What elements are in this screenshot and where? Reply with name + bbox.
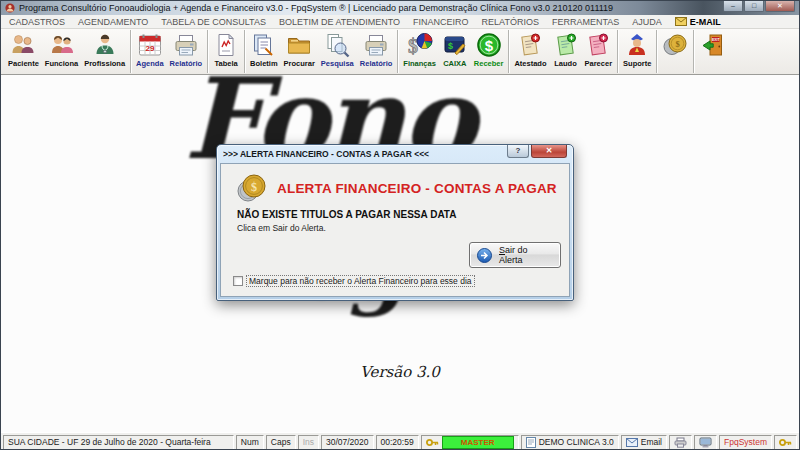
toolbar-button-label: Suporte (623, 59, 651, 68)
toolbar-button-parecer[interactable]: Parecer (582, 30, 616, 73)
menu-boletim-de-atendimento[interactable]: BOLETIM DE ATENDIMENTO (279, 17, 400, 27)
cashbook-icon: $ (442, 32, 468, 58)
alert-dialog: >>> ALERTA FINANCEIRO - CONTAS A PAGAR <… (216, 144, 574, 301)
key-icon (779, 438, 792, 447)
status-network[interactable] (694, 435, 717, 450)
toolbar-group: $ (656, 30, 693, 73)
toolbar-button-relatorio[interactable]: Relatório (357, 30, 396, 73)
toolbar-button-label: Procurar (284, 59, 315, 68)
dialog-help-button[interactable]: ? (507, 145, 529, 158)
toolbar-group: 29AgendaRelatório (130, 30, 207, 73)
status-caps-lock: Caps (266, 435, 296, 450)
status-company-name: DEMO CLINICA 3.0 (539, 437, 614, 447)
toolbar-button-agenda[interactable]: 29Agenda (133, 30, 167, 73)
menu-financeiro[interactable]: FINANCEIRO (413, 17, 469, 27)
toolbar-button-caixa[interactable]: $CAIXA (439, 30, 471, 73)
receive-icon: $ (476, 32, 502, 58)
toolbar-button-label: Agenda (136, 59, 164, 68)
report-icon (553, 32, 579, 58)
menu-bar: CADASTROSAGENDAMENTOTABELA DE CONSULTASB… (1, 15, 799, 29)
svg-text:$: $ (484, 37, 493, 54)
toolbar-button-funciona[interactable]: Funciona (42, 30, 81, 73)
dialog-window-buttons: ? ✕ (507, 145, 567, 158)
opinion-icon (585, 32, 611, 58)
toolbar-button-label: CAIXA (443, 59, 466, 68)
dialog-body: $ ALERTA FINANCEIRO - CONTAS A PAGAR NÃO… (220, 163, 570, 297)
menu-agendamento[interactable]: AGENDAMENTO (78, 17, 148, 27)
status-bar: SUA CIDADE - UF 29 de Julho de 2020 - Qu… (1, 432, 799, 450)
status-printer[interactable] (669, 435, 692, 450)
toolbar-button-financas[interactable]: $Finanças (400, 30, 439, 73)
arrow-circle-icon (477, 248, 492, 263)
table-doc-icon (213, 32, 239, 58)
status-company: DEMO CLINICA 3.0 (521, 435, 619, 450)
toolbar-button-receber[interactable]: $Receber (471, 30, 507, 73)
alert-optout-checkbox[interactable] (233, 276, 243, 286)
application-window: Programa Consultório Fonoaudiologia + Ag… (0, 0, 800, 450)
menu-relatorios[interactable]: RELATÓRIOS (482, 17, 539, 27)
svg-text:$: $ (251, 180, 257, 194)
exit-alert-button[interactable]: Sair do Alerta (469, 242, 561, 268)
status-key (774, 435, 797, 450)
menu-ferramentas[interactable]: FERRAMENTAS (552, 17, 619, 27)
toolbar-button-laudo[interactable]: Laudo (550, 30, 582, 73)
toolbar-button-exit-icon[interactable]: EXIT (696, 30, 728, 73)
toolbar-group: BoletimProcurarPesquisaRelatório (244, 30, 397, 73)
finance-icon: $ (407, 32, 433, 58)
toolbar-button-coin-icon[interactable]: $ (659, 30, 691, 73)
main-area: Fono logia Versão 3.0 >>> ALERTA FINANCE… (1, 75, 799, 432)
coins-icon: $ (237, 173, 267, 203)
alert-optout-label: Marque para não receber o Alerta Finance… (247, 276, 474, 286)
close-button[interactable]: ✕ (765, 1, 795, 12)
status-date: 30/07/2020 (321, 435, 374, 450)
patients-icon (10, 32, 36, 58)
toolbar-button-boletim[interactable]: Boletim (247, 30, 281, 73)
toolbar: PacienteFuncionaProfissiona29AgendaRelat… (1, 29, 799, 75)
window-title-bar: Programa Consultório Fonoaudiologia + Ag… (1, 1, 799, 15)
minimize-button[interactable]: – (723, 1, 743, 12)
toolbar-button-suporte[interactable]: Suporte (620, 30, 654, 73)
toolbar-button-tabela[interactable]: Tabela (210, 30, 242, 73)
toolbar-button-procurar[interactable]: Procurar (281, 30, 318, 73)
certificate-icon (517, 32, 543, 58)
key-icon (426, 438, 439, 447)
status-location: SUA CIDADE - UF 29 de Julho de 2020 - Qu… (3, 435, 234, 450)
toolbar-button-atestado[interactable]: Atestado (511, 30, 549, 73)
toolbar-button-label: Funciona (45, 59, 78, 68)
dialog-title: >>> ALERTA FINANCEIRO - CONTAS A PAGAR <… (223, 145, 507, 163)
exit-icon: EXIT (699, 32, 725, 58)
menu-cadastros[interactable]: CADASTROS (9, 17, 65, 27)
toolbar-group: Tabela (207, 30, 244, 73)
calendar-icon: 29 (137, 32, 163, 58)
maximize-button[interactable]: □ (744, 1, 764, 12)
toolbar-button-relatorio[interactable]: Relatório (167, 30, 206, 73)
printer-icon (173, 32, 199, 58)
toolbar-button-paciente[interactable]: Paciente (5, 30, 42, 73)
exit-alert-button-label: Sair do Alerta (499, 245, 553, 265)
toolbar-button-label: Laudo (554, 59, 577, 68)
doctor-icon (92, 32, 118, 58)
status-email[interactable]: Email (621, 435, 667, 450)
menu-ajuda[interactable]: AJUDA (632, 17, 662, 27)
window-title: Programa Consultório Fonoaudiologia + Ag… (19, 3, 719, 13)
dialog-message: NÃO EXISTE TITULOS A PAGAR NESSA DATA (237, 209, 456, 220)
toolbar-button-profissiona[interactable]: Profissiona (81, 30, 128, 73)
bulletin-icon (251, 32, 277, 58)
toolbar-button-label: Boletim (250, 59, 278, 68)
search-docs-icon (324, 32, 350, 58)
dialog-close-button[interactable]: ✕ (531, 145, 567, 158)
status-brand: FpqSystem (719, 435, 772, 450)
menu-items: CADASTROSAGENDAMENTOTABELA DE CONSULTASB… (9, 17, 662, 27)
monitor-icon (699, 437, 712, 448)
menu-email[interactable]: E-MAIL (675, 17, 721, 27)
app-icon (5, 3, 15, 13)
version-label: Versão 3.0 (1, 363, 799, 381)
status-time: 00:20:59 (376, 435, 419, 450)
toolbar-group: Suporte (617, 30, 656, 73)
toolbar-button-pesquisa[interactable]: Pesquisa (318, 30, 357, 73)
menu-email-label: E-MAIL (690, 17, 721, 27)
menu-tabela-de-consultas[interactable]: TABELA DE CONSULTAS (161, 17, 266, 27)
dialog-heading: ALERTA FINANCEIRO - CONTAS A PAGAR (277, 181, 557, 196)
toolbar-button-label: Pesquisa (321, 59, 354, 68)
dialog-checkbox-row: Marque para não receber o Alerta Finance… (233, 276, 474, 286)
